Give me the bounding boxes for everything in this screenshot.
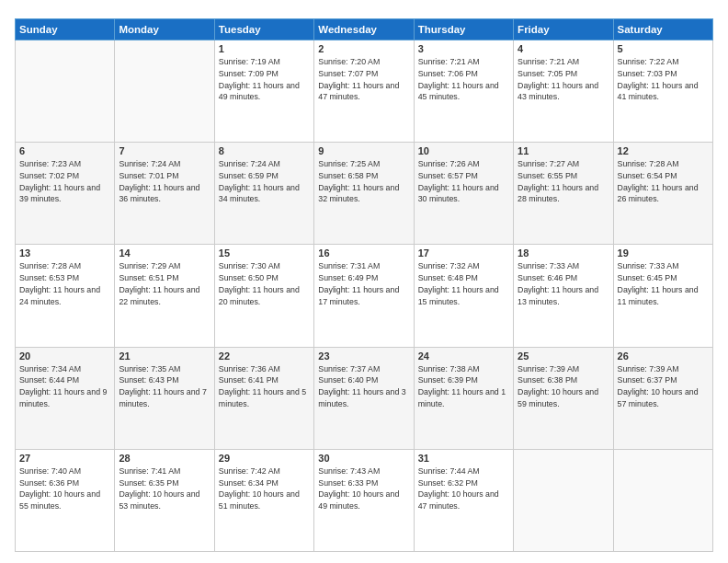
calendar-cell: 13Sunrise: 7:28 AM Sunset: 6:53 PM Dayli…	[16, 245, 115, 347]
day-info: Sunrise: 7:37 AM Sunset: 6:40 PM Dayligh…	[318, 363, 409, 410]
calendar-cell	[115, 40, 214, 143]
calendar-cell: 21Sunrise: 7:35 AM Sunset: 6:43 PM Dayli…	[115, 347, 214, 449]
day-number: 2	[318, 43, 409, 54]
calendar-cell	[514, 449, 613, 551]
day-number: 7	[119, 145, 210, 156]
day-info: Sunrise: 7:29 AM Sunset: 6:51 PM Dayligh…	[119, 260, 210, 307]
day-info: Sunrise: 7:36 AM Sunset: 6:41 PM Dayligh…	[219, 363, 310, 410]
calendar-cell: 8Sunrise: 7:24 AM Sunset: 6:59 PM Daylig…	[214, 143, 313, 245]
day-info: Sunrise: 7:33 AM Sunset: 6:46 PM Dayligh…	[518, 260, 609, 307]
calendar-cell: 25Sunrise: 7:39 AM Sunset: 6:38 PM Dayli…	[514, 347, 613, 449]
day-of-week-header: Monday	[115, 19, 214, 40]
day-number: 19	[618, 247, 709, 259]
day-of-week-header: Wednesday	[314, 19, 414, 40]
day-info: Sunrise: 7:21 AM Sunset: 7:05 PM Dayligh…	[518, 56, 609, 103]
day-info: Sunrise: 7:35 AM Sunset: 6:43 PM Dayligh…	[119, 363, 210, 410]
calendar-cell: 2Sunrise: 7:20 AM Sunset: 7:07 PM Daylig…	[314, 40, 414, 143]
calendar-cell: 15Sunrise: 7:30 AM Sunset: 6:50 PM Dayli…	[214, 245, 313, 347]
page: General Blue SundayMondayTuesdayWednesda…	[0, 0, 728, 563]
calendar-cell: 19Sunrise: 7:33 AM Sunset: 6:45 PM Dayli…	[613, 245, 712, 347]
day-info: Sunrise: 7:31 AM Sunset: 6:49 PM Dayligh…	[318, 260, 409, 307]
day-number: 25	[518, 350, 609, 362]
calendar-body: 1Sunrise: 7:19 AM Sunset: 7:09 PM Daylig…	[16, 40, 713, 552]
calendar-week-row: 27Sunrise: 7:40 AM Sunset: 6:36 PM Dayli…	[16, 449, 713, 551]
day-info: Sunrise: 7:24 AM Sunset: 7:01 PM Dayligh…	[119, 158, 210, 205]
day-number: 6	[19, 145, 110, 156]
day-info: Sunrise: 7:44 AM Sunset: 6:32 PM Dayligh…	[418, 465, 509, 512]
calendar-cell: 11Sunrise: 7:27 AM Sunset: 6:55 PM Dayli…	[514, 143, 613, 245]
day-info: Sunrise: 7:33 AM Sunset: 6:45 PM Dayligh…	[618, 260, 709, 307]
calendar-cell: 3Sunrise: 7:21 AM Sunset: 7:06 PM Daylig…	[414, 40, 513, 143]
day-info: Sunrise: 7:40 AM Sunset: 6:36 PM Dayligh…	[19, 465, 110, 512]
calendar-cell: 20Sunrise: 7:34 AM Sunset: 6:44 PM Dayli…	[16, 347, 115, 449]
calendar-cell: 4Sunrise: 7:21 AM Sunset: 7:05 PM Daylig…	[514, 40, 613, 143]
calendar-cell: 27Sunrise: 7:40 AM Sunset: 6:36 PM Dayli…	[16, 449, 115, 551]
calendar-cell	[613, 449, 712, 551]
calendar-cell: 29Sunrise: 7:42 AM Sunset: 6:34 PM Dayli…	[214, 449, 313, 551]
day-number: 29	[219, 453, 310, 464]
day-info: Sunrise: 7:21 AM Sunset: 7:06 PM Dayligh…	[418, 56, 509, 103]
calendar-cell: 18Sunrise: 7:33 AM Sunset: 6:46 PM Dayli…	[514, 245, 613, 347]
day-of-week-header: Friday	[514, 19, 613, 40]
calendar-cell: 24Sunrise: 7:38 AM Sunset: 6:39 PM Dayli…	[414, 347, 513, 449]
calendar-table: SundayMondayTuesdayWednesdayThursdayFrid…	[15, 18, 713, 552]
calendar-week-row: 13Sunrise: 7:28 AM Sunset: 6:53 PM Dayli…	[16, 245, 713, 347]
day-info: Sunrise: 7:28 AM Sunset: 6:53 PM Dayligh…	[19, 260, 110, 307]
calendar-header-row: SundayMondayTuesdayWednesdayThursdayFrid…	[16, 19, 713, 40]
day-number: 10	[418, 145, 509, 156]
day-info: Sunrise: 7:23 AM Sunset: 7:02 PM Dayligh…	[19, 158, 110, 205]
calendar-cell: 30Sunrise: 7:43 AM Sunset: 6:33 PM Dayli…	[314, 449, 414, 551]
day-info: Sunrise: 7:25 AM Sunset: 6:58 PM Dayligh…	[318, 158, 409, 205]
calendar-cell: 1Sunrise: 7:19 AM Sunset: 7:09 PM Daylig…	[214, 40, 313, 143]
calendar-cell	[16, 40, 115, 143]
day-number: 14	[119, 247, 210, 259]
day-number: 24	[418, 350, 509, 362]
day-number: 17	[418, 247, 509, 259]
day-number: 4	[518, 43, 609, 54]
day-info: Sunrise: 7:43 AM Sunset: 6:33 PM Dayligh…	[318, 465, 409, 512]
day-number: 20	[19, 350, 110, 362]
day-of-week-header: Sunday	[16, 19, 115, 40]
calendar-cell: 16Sunrise: 7:31 AM Sunset: 6:49 PM Dayli…	[314, 245, 414, 347]
calendar-cell: 12Sunrise: 7:28 AM Sunset: 6:54 PM Dayli…	[613, 143, 712, 245]
day-number: 26	[618, 350, 709, 362]
day-number: 23	[318, 350, 409, 362]
day-info: Sunrise: 7:19 AM Sunset: 7:09 PM Dayligh…	[219, 56, 310, 103]
day-info: Sunrise: 7:24 AM Sunset: 6:59 PM Dayligh…	[219, 158, 310, 205]
day-info: Sunrise: 7:38 AM Sunset: 6:39 PM Dayligh…	[418, 363, 509, 410]
day-number: 21	[119, 350, 210, 362]
day-number: 11	[518, 145, 609, 156]
day-info: Sunrise: 7:30 AM Sunset: 6:50 PM Dayligh…	[219, 260, 310, 307]
day-number: 16	[318, 247, 409, 259]
calendar-week-row: 1Sunrise: 7:19 AM Sunset: 7:09 PM Daylig…	[16, 40, 713, 143]
day-of-week-header: Thursday	[414, 19, 513, 40]
calendar-week-row: 6Sunrise: 7:23 AM Sunset: 7:02 PM Daylig…	[16, 143, 713, 245]
day-of-week-header: Saturday	[613, 19, 712, 40]
calendar-cell: 31Sunrise: 7:44 AM Sunset: 6:32 PM Dayli…	[414, 449, 513, 551]
day-number: 27	[19, 453, 110, 464]
day-number: 12	[618, 145, 709, 156]
day-number: 13	[19, 247, 110, 259]
day-number: 28	[119, 453, 210, 464]
day-info: Sunrise: 7:28 AM Sunset: 6:54 PM Dayligh…	[618, 158, 709, 205]
calendar-cell: 5Sunrise: 7:22 AM Sunset: 7:03 PM Daylig…	[613, 40, 712, 143]
day-number: 31	[418, 453, 509, 464]
calendar-cell: 6Sunrise: 7:23 AM Sunset: 7:02 PM Daylig…	[16, 143, 115, 245]
calendar-week-row: 20Sunrise: 7:34 AM Sunset: 6:44 PM Dayli…	[16, 347, 713, 449]
calendar-cell: 23Sunrise: 7:37 AM Sunset: 6:40 PM Dayli…	[314, 347, 414, 449]
calendar-cell: 28Sunrise: 7:41 AM Sunset: 6:35 PM Dayli…	[115, 449, 214, 551]
day-of-week-header: Tuesday	[214, 19, 313, 40]
day-number: 9	[318, 145, 409, 156]
day-info: Sunrise: 7:20 AM Sunset: 7:07 PM Dayligh…	[318, 56, 409, 103]
day-number: 22	[219, 350, 310, 362]
day-number: 8	[219, 145, 310, 156]
calendar-cell: 26Sunrise: 7:39 AM Sunset: 6:37 PM Dayli…	[613, 347, 712, 449]
day-number: 15	[219, 247, 310, 259]
day-number: 5	[618, 43, 709, 54]
day-info: Sunrise: 7:34 AM Sunset: 6:44 PM Dayligh…	[19, 363, 110, 410]
day-info: Sunrise: 7:27 AM Sunset: 6:55 PM Dayligh…	[518, 158, 609, 205]
day-number: 1	[219, 43, 310, 54]
day-number: 3	[418, 43, 509, 54]
calendar-cell: 10Sunrise: 7:26 AM Sunset: 6:57 PM Dayli…	[414, 143, 513, 245]
calendar-cell: 9Sunrise: 7:25 AM Sunset: 6:58 PM Daylig…	[314, 143, 414, 245]
